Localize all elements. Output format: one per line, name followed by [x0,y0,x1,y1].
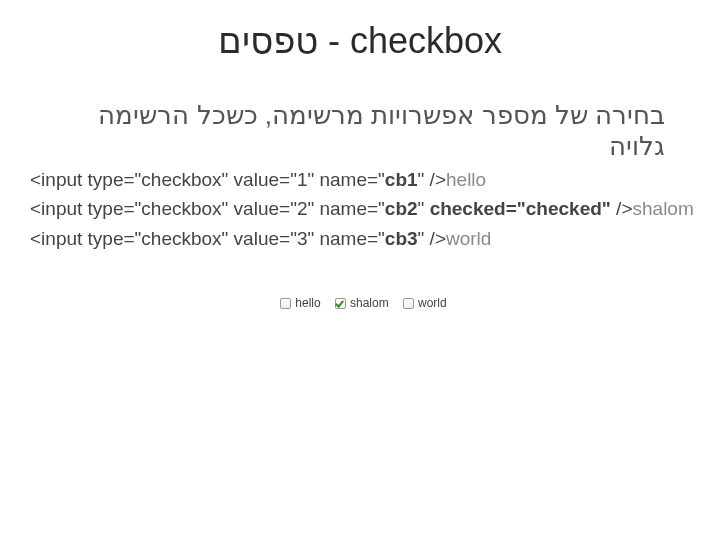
demo-inner: hello shalom world [271,296,448,310]
code-bold-checked: checked="checked" [430,198,611,219]
code-bold: cb2 [385,198,418,219]
checkbox-world[interactable] [403,298,414,309]
code-line-1: <input type="checkbox" value="1" name="c… [30,165,690,194]
code-line-3: <input type="checkbox" value="3" name="c… [30,224,690,253]
code-block: <input type="checkbox" value="1" name="c… [30,165,690,253]
checkbox-label: world [418,296,447,310]
slide-title: טפסים - checkbox [0,20,720,62]
demo-row: hello shalom world [0,293,720,311]
code-text: " /> [418,169,446,190]
checkbox-shalom[interactable] [335,298,346,309]
code-after-text: world [446,228,491,249]
code-bold: cb1 [385,169,418,190]
code-bold: cb3 [385,228,418,249]
code-text: /> [611,198,633,219]
code-line-2: <input type="checkbox" value="2" name="c… [30,194,690,223]
code-after-text: shalom [633,198,694,219]
code-text: <input type="checkbox" value="2" name=" [30,198,385,219]
slide: טפסים - checkbox בחירה של מספר אפשרויות … [0,0,720,540]
code-text: <input type="checkbox" value="1" name=" [30,169,385,190]
code-after-text: hello [446,169,486,190]
checkbox-label: shalom [350,296,389,310]
code-text: " [418,198,430,219]
code-text: " /> [418,228,446,249]
checkbox-label: hello [295,296,320,310]
code-text: <input type="checkbox" value="3" name=" [30,228,385,249]
slide-subtitle: בחירה של מספר אפשרויות מרשימה, כשכל הרשי… [0,100,720,162]
checkbox-hello[interactable] [280,298,291,309]
